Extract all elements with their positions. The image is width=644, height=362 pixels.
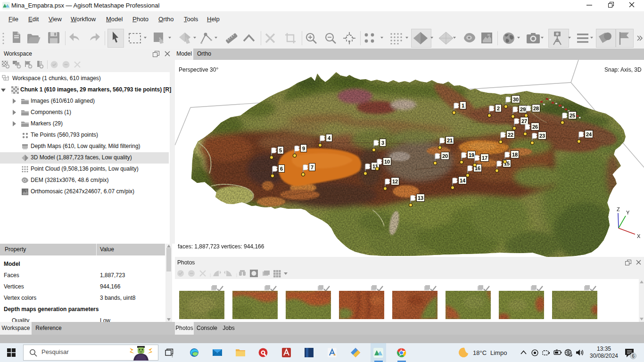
svg-text:X: X <box>637 233 641 239</box>
svg-text:Z: Z <box>617 206 620 212</box>
svg-text:Y: Y <box>626 210 630 215</box>
svg-text:6: 6 <box>632 354 635 359</box>
